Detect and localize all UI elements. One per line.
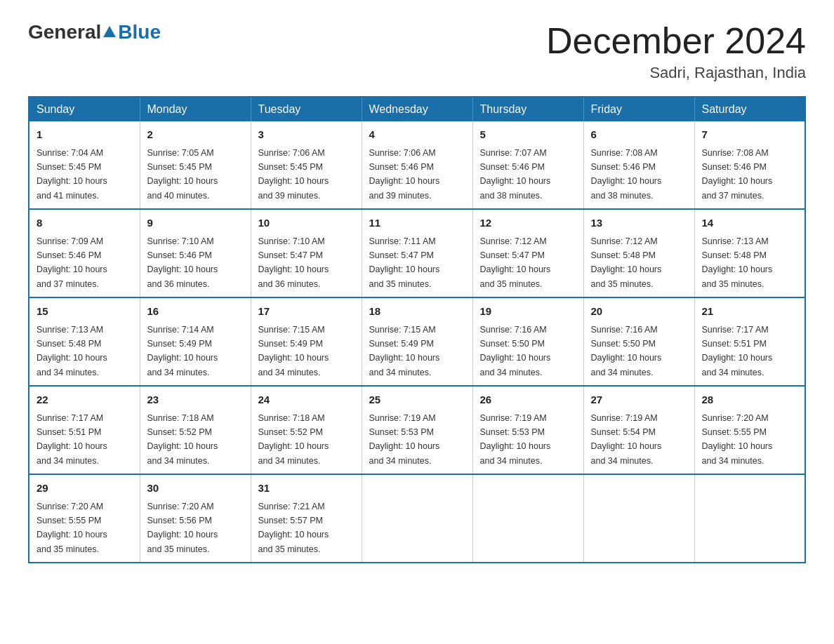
- day-number: 25: [369, 392, 465, 408]
- day-number: 28: [702, 392, 798, 408]
- day-info: Sunrise: 7:15 AMSunset: 5:49 PMDaylight:…: [258, 325, 329, 377]
- day-number: 15: [37, 304, 133, 320]
- day-number: 19: [480, 304, 576, 320]
- day-info: Sunrise: 7:16 AMSunset: 5:50 PMDaylight:…: [480, 325, 551, 377]
- calendar-cell: 11 Sunrise: 7:11 AMSunset: 5:47 PMDaylig…: [362, 209, 472, 297]
- calendar-cell: [694, 474, 805, 563]
- header-cell-tuesday: Tuesday: [251, 97, 362, 121]
- header-cell-saturday: Saturday: [694, 97, 805, 121]
- calendar-cell: 31 Sunrise: 7:21 AMSunset: 5:57 PMDaylig…: [251, 474, 362, 563]
- calendar-cell: 12 Sunrise: 7:12 AMSunset: 5:47 PMDaylig…: [472, 209, 583, 297]
- day-info: Sunrise: 7:15 AMSunset: 5:49 PMDaylight:…: [369, 325, 440, 377]
- page-header: General Blue December 2024 Sadri, Rajast…: [28, 21, 806, 82]
- day-info: Sunrise: 7:11 AMSunset: 5:47 PMDaylight:…: [369, 236, 440, 289]
- calendar-cell: 15 Sunrise: 7:13 AMSunset: 5:48 PMDaylig…: [29, 297, 140, 386]
- calendar-cell: 22 Sunrise: 7:17 AMSunset: 5:51 PMDaylig…: [29, 386, 140, 474]
- day-info: Sunrise: 7:21 AMSunset: 5:57 PMDaylight:…: [258, 502, 329, 554]
- calendar-week-2: 8 Sunrise: 7:09 AMSunset: 5:46 PMDayligh…: [29, 209, 805, 297]
- day-info: Sunrise: 7:14 AMSunset: 5:49 PMDaylight:…: [147, 325, 218, 377]
- day-number: 22: [37, 392, 133, 408]
- day-number: 4: [369, 127, 465, 143]
- day-info: Sunrise: 7:20 AMSunset: 5:56 PMDaylight:…: [147, 502, 218, 554]
- day-info: Sunrise: 7:18 AMSunset: 5:52 PMDaylight:…: [258, 413, 329, 466]
- calendar-cell: 3 Sunrise: 7:06 AMSunset: 5:45 PMDayligh…: [251, 121, 362, 209]
- logo-blue-text: Blue: [118, 21, 161, 43]
- day-info: Sunrise: 7:08 AMSunset: 5:46 PMDaylight:…: [591, 148, 662, 201]
- calendar-cell: 1 Sunrise: 7:04 AMSunset: 5:45 PMDayligh…: [29, 121, 140, 209]
- calendar-cell: 5 Sunrise: 7:07 AMSunset: 5:46 PMDayligh…: [472, 121, 583, 209]
- calendar-cell: [362, 474, 472, 563]
- day-number: 8: [37, 215, 133, 232]
- day-info: Sunrise: 7:17 AMSunset: 5:51 PMDaylight:…: [702, 325, 773, 377]
- day-info: Sunrise: 7:06 AMSunset: 5:45 PMDaylight:…: [258, 148, 329, 201]
- calendar-week-1: 1 Sunrise: 7:04 AMSunset: 5:45 PMDayligh…: [29, 121, 805, 209]
- day-info: Sunrise: 7:19 AMSunset: 5:53 PMDaylight:…: [369, 413, 440, 466]
- calendar-cell: 20 Sunrise: 7:16 AMSunset: 5:50 PMDaylig…: [583, 297, 694, 386]
- day-number: 31: [258, 481, 355, 497]
- calendar-cell: 13 Sunrise: 7:12 AMSunset: 5:48 PMDaylig…: [583, 209, 694, 297]
- day-number: 14: [702, 215, 798, 232]
- header-row: SundayMondayTuesdayWednesdayThursdayFrid…: [29, 97, 805, 121]
- logo-area: General Blue: [28, 21, 161, 43]
- day-info: Sunrise: 7:06 AMSunset: 5:46 PMDaylight:…: [369, 148, 440, 201]
- logo: General Blue: [28, 21, 161, 43]
- day-number: 12: [480, 215, 576, 232]
- day-number: 27: [591, 392, 687, 408]
- day-number: 7: [702, 127, 798, 143]
- calendar-cell: 28 Sunrise: 7:20 AMSunset: 5:55 PMDaylig…: [694, 386, 805, 474]
- calendar-cell: 7 Sunrise: 7:08 AMSunset: 5:46 PMDayligh…: [694, 121, 805, 209]
- day-info: Sunrise: 7:17 AMSunset: 5:51 PMDaylight:…: [37, 413, 107, 466]
- header-cell-sunday: Sunday: [29, 97, 140, 121]
- logo-general-text: General: [28, 21, 101, 43]
- day-info: Sunrise: 7:07 AMSunset: 5:46 PMDaylight:…: [480, 148, 551, 201]
- header-cell-friday: Friday: [583, 97, 694, 121]
- day-info: Sunrise: 7:19 AMSunset: 5:54 PMDaylight:…: [591, 413, 662, 466]
- calendar-cell: 25 Sunrise: 7:19 AMSunset: 5:53 PMDaylig…: [362, 386, 472, 474]
- calendar-cell: 8 Sunrise: 7:09 AMSunset: 5:46 PMDayligh…: [29, 209, 140, 297]
- day-info: Sunrise: 7:13 AMSunset: 5:48 PMDaylight:…: [702, 236, 773, 289]
- day-number: 1: [37, 127, 133, 143]
- calendar-cell: 26 Sunrise: 7:19 AMSunset: 5:53 PMDaylig…: [472, 386, 583, 474]
- calendar-cell: 6 Sunrise: 7:08 AMSunset: 5:46 PMDayligh…: [583, 121, 694, 209]
- day-number: 9: [147, 215, 244, 232]
- day-info: Sunrise: 7:04 AMSunset: 5:45 PMDaylight:…: [37, 148, 107, 201]
- header-cell-monday: Monday: [140, 97, 251, 121]
- title-area: December 2024 Sadri, Rajasthan, India: [546, 21, 806, 82]
- calendar-cell: 18 Sunrise: 7:15 AMSunset: 5:49 PMDaylig…: [362, 297, 472, 386]
- day-number: 16: [147, 304, 244, 320]
- calendar-week-3: 15 Sunrise: 7:13 AMSunset: 5:48 PMDaylig…: [29, 297, 805, 386]
- calendar-cell: 24 Sunrise: 7:18 AMSunset: 5:52 PMDaylig…: [251, 386, 362, 474]
- day-number: 30: [147, 481, 244, 497]
- day-info: Sunrise: 7:16 AMSunset: 5:50 PMDaylight:…: [591, 325, 662, 377]
- calendar-cell: 27 Sunrise: 7:19 AMSunset: 5:54 PMDaylig…: [583, 386, 694, 474]
- calendar-cell: 16 Sunrise: 7:14 AMSunset: 5:49 PMDaylig…: [140, 297, 251, 386]
- location-subtitle: Sadri, Rajasthan, India: [546, 64, 806, 82]
- day-info: Sunrise: 7:12 AMSunset: 5:48 PMDaylight:…: [591, 236, 662, 289]
- day-info: Sunrise: 7:05 AMSunset: 5:45 PMDaylight:…: [147, 148, 218, 201]
- day-info: Sunrise: 7:13 AMSunset: 5:48 PMDaylight:…: [37, 325, 107, 377]
- day-info: Sunrise: 7:20 AMSunset: 5:55 PMDaylight:…: [37, 502, 107, 554]
- calendar-cell: [583, 474, 694, 563]
- day-number: 2: [147, 127, 244, 143]
- calendar-cell: 19 Sunrise: 7:16 AMSunset: 5:50 PMDaylig…: [472, 297, 583, 386]
- day-number: 6: [591, 127, 687, 143]
- day-number: 13: [591, 215, 687, 232]
- calendar-table: SundayMondayTuesdayWednesdayThursdayFrid…: [28, 96, 806, 563]
- month-title: December 2024: [546, 21, 806, 61]
- calendar-cell: 10 Sunrise: 7:10 AMSunset: 5:47 PMDaylig…: [251, 209, 362, 297]
- calendar-cell: 21 Sunrise: 7:17 AMSunset: 5:51 PMDaylig…: [694, 297, 805, 386]
- calendar-cell: [472, 474, 583, 563]
- day-info: Sunrise: 7:08 AMSunset: 5:46 PMDaylight:…: [702, 148, 773, 201]
- calendar-cell: 30 Sunrise: 7:20 AMSunset: 5:56 PMDaylig…: [140, 474, 251, 563]
- calendar-week-5: 29 Sunrise: 7:20 AMSunset: 5:55 PMDaylig…: [29, 474, 805, 563]
- day-number: 20: [591, 304, 687, 320]
- day-info: Sunrise: 7:20 AMSunset: 5:55 PMDaylight:…: [702, 413, 773, 466]
- svg-marker-0: [103, 26, 116, 37]
- day-info: Sunrise: 7:09 AMSunset: 5:46 PMDaylight:…: [37, 236, 107, 289]
- day-number: 21: [702, 304, 798, 320]
- logo-triangle-icon: [102, 25, 117, 40]
- header-cell-wednesday: Wednesday: [362, 97, 472, 121]
- header-cell-thursday: Thursday: [472, 97, 583, 121]
- calendar-cell: 9 Sunrise: 7:10 AMSunset: 5:46 PMDayligh…: [140, 209, 251, 297]
- day-number: 3: [258, 127, 355, 143]
